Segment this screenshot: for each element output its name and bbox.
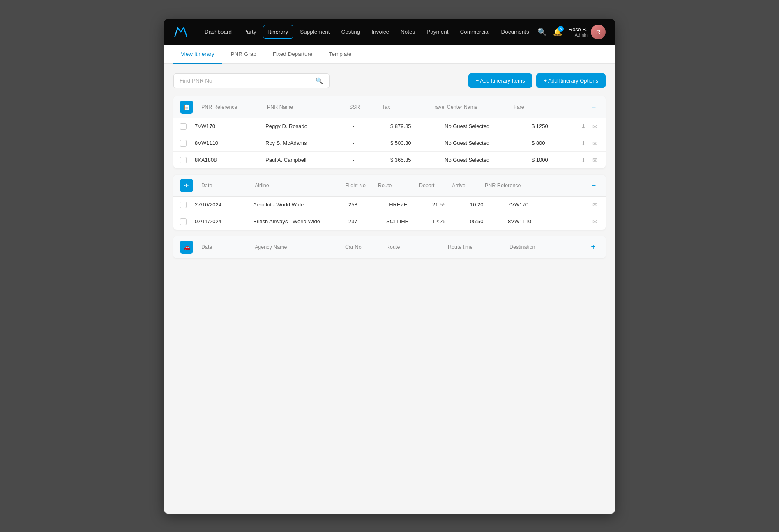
col-ssr: SSR: [346, 104, 379, 110]
email-icon[interactable]: ✉: [591, 140, 599, 147]
subnav: View ItineraryPNR GrabFixed DepartureTem…: [164, 45, 615, 64]
row-actions: ⬇ ✉: [579, 157, 599, 163]
download-icon[interactable]: ⬇: [579, 123, 588, 130]
subnav-tab-template[interactable]: Template: [322, 45, 359, 64]
cell-pnr-ref: 8VW1110: [191, 140, 257, 146]
pnr-header-cols: PNR Reference PNR Name SSR Tax Travel Ce…: [198, 104, 584, 110]
cell-fare: $ 1250: [528, 123, 574, 129]
email-icon[interactable]: ✉: [591, 218, 599, 225]
row-checkbox[interactable]: [180, 123, 187, 130]
cell-travel-center: No Guest Selected: [441, 140, 523, 146]
cell-fare: $ 1000: [528, 157, 574, 163]
cell-depart: 21:55: [429, 202, 462, 208]
col-tax: Tax: [379, 104, 428, 110]
row-actions: ⬇ ✉: [579, 123, 599, 130]
col-pnr-reference: PNR Reference: [198, 104, 264, 110]
toolbar: 🔍 + Add Itinerary Items + Add Itinerary …: [173, 73, 606, 88]
add-itinerary-items-button[interactable]: + Add Itinerary Items: [468, 73, 532, 88]
row-checkbox[interactable]: [180, 157, 187, 163]
col-agency-name: Agency Name: [251, 244, 342, 250]
cell-pnr-name: Peggy D. Rosado: [262, 123, 344, 129]
col-flight-no: Flight No: [342, 183, 375, 188]
nav-link-costing[interactable]: Costing: [336, 25, 365, 38]
cell-date: 07/11/2024: [191, 218, 245, 225]
user-name: Rose B.: [569, 26, 588, 32]
download-icon[interactable]: ⬇: [579, 140, 588, 147]
search-icon[interactable]: 🔍: [537, 28, 546, 37]
col-destination: Destination: [506, 244, 583, 250]
cell-arrive: 10:20: [467, 202, 500, 208]
email-icon[interactable]: ✉: [591, 202, 599, 208]
search-box[interactable]: 🔍: [173, 73, 330, 88]
pnr-rows: 7VW170 Peggy D. Rosado - $ 879.85 No Gue…: [173, 118, 606, 168]
flight-collapse-button[interactable]: −: [589, 182, 599, 189]
main-content: 🔍 + Add Itinerary Items + Add Itinerary …: [164, 64, 615, 514]
col-car-date: Date: [198, 244, 251, 250]
flight-section: ✈ Date Airline Flight No Route Depart Ar…: [173, 175, 606, 230]
cell-fare: $ 800: [528, 140, 574, 146]
cell-airline: Aeroflot - World Wide: [250, 202, 340, 208]
cell-flight-no: 258: [345, 202, 378, 208]
cell-ssr: -: [349, 123, 382, 129]
cell-pnr-ref: 7VW170: [505, 202, 586, 208]
search-input[interactable]: [180, 78, 312, 84]
download-icon[interactable]: ⬇: [579, 157, 588, 163]
col-car-no: Car No: [342, 244, 383, 250]
navbar: DashboardPartyItinerarySupplementCosting…: [164, 19, 615, 45]
action-buttons: + Add Itinerary Items + Add Itinerary Op…: [468, 73, 606, 88]
pnr-collapse-button[interactable]: −: [589, 103, 599, 111]
nav-link-invoice[interactable]: Invoice: [366, 25, 394, 38]
car-icon: 🚗: [180, 241, 193, 254]
table-row: 8VW1110 Roy S. McAdams - $ 500.30 No Gue…: [173, 135, 606, 152]
row-actions: ⬇ ✉: [579, 140, 599, 147]
flight-table-header: ✈ Date Airline Flight No Route Depart Ar…: [173, 175, 606, 197]
nav-link-notes[interactable]: Notes: [396, 25, 420, 38]
row-checkbox[interactable]: [180, 202, 187, 208]
avatar: R: [591, 25, 606, 39]
cell-flight-no: 237: [345, 218, 378, 225]
col-route: Route: [375, 183, 416, 188]
pnr-icon: 📋: [180, 101, 193, 114]
nav-link-documents[interactable]: Documents: [496, 25, 534, 38]
nav-link-commercial[interactable]: Commercial: [455, 25, 495, 38]
flight-rows: 27/10/2024 Aeroflot - World Wide 258 LHR…: [173, 197, 606, 230]
email-icon[interactable]: ✉: [591, 157, 599, 163]
add-itinerary-options-button[interactable]: + Add Itinerary Options: [536, 73, 606, 88]
cell-date: 27/10/2024: [191, 202, 245, 208]
email-icon[interactable]: ✉: [591, 123, 599, 130]
nav-link-itinerary[interactable]: Itinerary: [263, 25, 294, 39]
table-row: 07/11/2024 British Airways - World Wide …: [173, 213, 606, 230]
nav-link-dashboard[interactable]: Dashboard: [200, 25, 237, 38]
cell-travel-center: No Guest Selected: [441, 123, 523, 129]
subnav-tab-view[interactable]: View Itinerary: [173, 45, 222, 64]
cell-pnr-ref: 8KA1808: [191, 157, 257, 163]
cell-arrive: 05:50: [467, 218, 500, 225]
table-row: 27/10/2024 Aeroflot - World Wide 258 LHR…: [173, 197, 606, 213]
cell-pnr-name: Paul A. Campbell: [262, 157, 344, 163]
col-pnr-ref-flight: PNR Reference: [482, 183, 584, 188]
user-menu[interactable]: Rose B. Admin R: [569, 25, 606, 39]
nav-link-party[interactable]: Party: [238, 25, 261, 38]
table-row: 7VW170 Peggy D. Rosado - $ 879.85 No Gue…: [173, 118, 606, 135]
col-travel-center: Travel Center Name: [428, 104, 510, 110]
nav-link-supplement[interactable]: Supplement: [295, 25, 334, 38]
car-add-button[interactable]: +: [588, 242, 599, 252]
nav-links: DashboardPartyItinerarySupplementCosting…: [200, 25, 537, 39]
cell-travel-center: No Guest Selected: [441, 157, 523, 163]
subnav-tab-fixed[interactable]: Fixed Departure: [265, 45, 320, 64]
nav-link-payment[interactable]: Payment: [422, 25, 453, 38]
col-airline: Airline: [251, 183, 342, 188]
col-depart: Depart: [416, 183, 449, 188]
col-pnr-name: PNR Name: [264, 104, 346, 110]
row-checkbox[interactable]: [180, 218, 187, 225]
cell-pnr-ref: 8VW1110: [505, 218, 586, 225]
bell-icon[interactable]: 🔔 8: [553, 28, 562, 37]
row-checkbox[interactable]: [180, 140, 187, 147]
flight-header-cols: Date Airline Flight No Route Depart Arri…: [198, 183, 584, 188]
pnr-section: 📋 PNR Reference PNR Name SSR Tax Travel …: [173, 96, 606, 168]
row-actions: ✉: [591, 202, 599, 208]
car-header-cols: Date Agency Name Car No Route Route time…: [198, 244, 583, 250]
subnav-tab-pnr[interactable]: PNR Grab: [224, 45, 264, 64]
row-actions: ✉: [591, 218, 599, 225]
car-section: 🚗 Date Agency Name Car No Route Route ti…: [173, 236, 606, 258]
